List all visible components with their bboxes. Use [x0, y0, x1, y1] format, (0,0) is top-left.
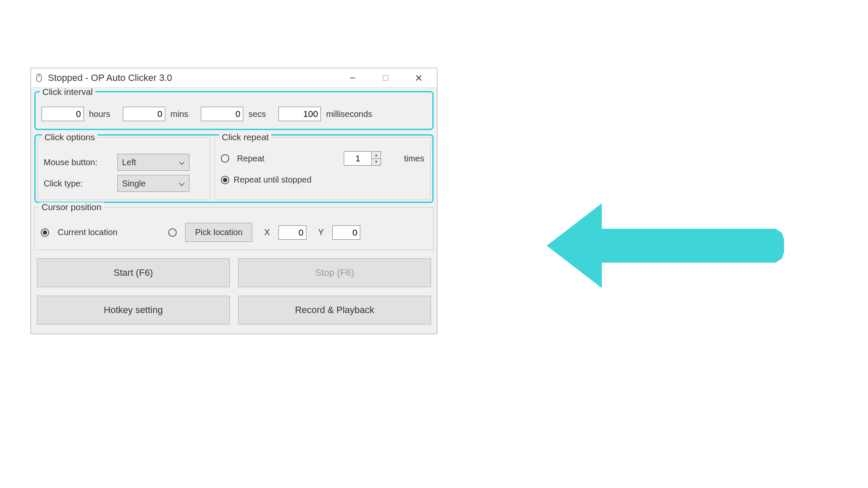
chevron-down-icon	[179, 158, 185, 167]
label-hours: hours	[89, 109, 110, 119]
spinner-down-icon[interactable]: ▼	[372, 158, 381, 166]
titlebar-controls	[341, 68, 434, 88]
row-repeat-until: Repeat until stopped	[221, 175, 424, 185]
legend-click-repeat: Click repeat	[219, 133, 271, 141]
label-repeat-until: Repeat until stopped	[234, 175, 311, 185]
legend-click-options: Click options	[42, 133, 97, 141]
legend-click-interval: Click interval	[40, 87, 95, 96]
group-click-options: Click options Mouse button: Left Click t…	[37, 137, 210, 200]
client-area: Click interval hours mins secs milliseco…	[31, 88, 437, 334]
arrow-annotation	[547, 199, 784, 292]
svg-marker-6	[547, 203, 784, 288]
maximize-button[interactable]	[374, 68, 397, 88]
label-mouse-button: Mouse button:	[44, 158, 111, 167]
app-window: Stopped - OP Auto Clicker 3.0 Click inte…	[31, 68, 437, 334]
label-times: times	[404, 154, 424, 164]
radio-repeat[interactable]	[221, 154, 229, 163]
row-mouse-button: Mouse button: Left	[44, 154, 204, 171]
secs-input[interactable]	[201, 107, 243, 121]
hotkey-setting-button[interactable]: Hotkey setting	[37, 296, 230, 324]
y-input[interactable]	[332, 225, 360, 240]
group-cursor-position: Cursor position Current location Pick lo…	[34, 207, 434, 250]
options-repeat-highlight: Click options Mouse button: Left Click t…	[34, 134, 434, 203]
label-repeat: Repeat	[237, 154, 264, 164]
record-playback-button[interactable]: Record & Playback	[238, 296, 431, 324]
combo-mouse-button[interactable]: Left	[117, 154, 189, 171]
combo-mouse-value: Left	[122, 158, 136, 167]
legend-cursor-position: Cursor position	[39, 202, 104, 211]
label-ms: milliseconds	[326, 109, 372, 119]
group-click-interval: Click interval hours mins secs milliseco…	[34, 91, 434, 130]
group-click-repeat: Click repeat Repeat ▲ ▼ times	[214, 137, 431, 200]
radio-repeat-until[interactable]	[221, 176, 229, 184]
interval-row: hours mins secs milliseconds	[42, 107, 426, 121]
mouse-icon	[34, 73, 44, 83]
action-buttons: Start (F6) Stop (F6) Hotkey setting Reco…	[34, 254, 434, 330]
hours-input[interactable]	[42, 107, 84, 121]
label-click-type: Click type:	[44, 179, 111, 189]
stop-button[interactable]: Stop (F6)	[238, 258, 431, 287]
start-button[interactable]: Start (F6)	[37, 258, 230, 287]
spinner-up-icon[interactable]: ▲	[372, 152, 381, 158]
radio-current-location[interactable]	[41, 228, 49, 237]
label-y: Y	[318, 227, 324, 237]
ms-input[interactable]	[278, 107, 321, 121]
x-input[interactable]	[278, 225, 306, 240]
titlebar: Stopped - OP Auto Clicker 3.0	[31, 68, 437, 88]
label-current-location: Current location	[58, 227, 117, 237]
pick-location-button[interactable]: Pick location	[185, 223, 252, 242]
label-x: X	[264, 227, 270, 237]
close-button[interactable]	[407, 68, 430, 88]
row-repeat-count: Repeat ▲ ▼ times	[221, 151, 424, 166]
repeat-count-input[interactable]	[344, 152, 371, 165]
arrow-left-icon	[547, 199, 784, 292]
combo-type-value: Single	[122, 179, 146, 189]
svg-rect-3	[383, 75, 388, 80]
spinner-arrows[interactable]: ▲ ▼	[371, 152, 381, 165]
minimize-button[interactable]	[341, 68, 364, 88]
cursor-row: Current location Pick location X Y	[41, 223, 427, 242]
mins-input[interactable]	[123, 107, 165, 121]
combo-click-type[interactable]: Single	[117, 175, 189, 192]
radio-pick-location[interactable]	[168, 228, 177, 237]
label-mins: mins	[170, 109, 188, 119]
label-secs: secs	[248, 109, 266, 119]
chevron-down-icon	[179, 179, 185, 189]
row-click-type: Click type: Single	[44, 175, 204, 192]
window-title: Stopped - OP Auto Clicker 3.0	[48, 72, 172, 83]
spinner-repeat-count[interactable]: ▲ ▼	[344, 151, 381, 166]
